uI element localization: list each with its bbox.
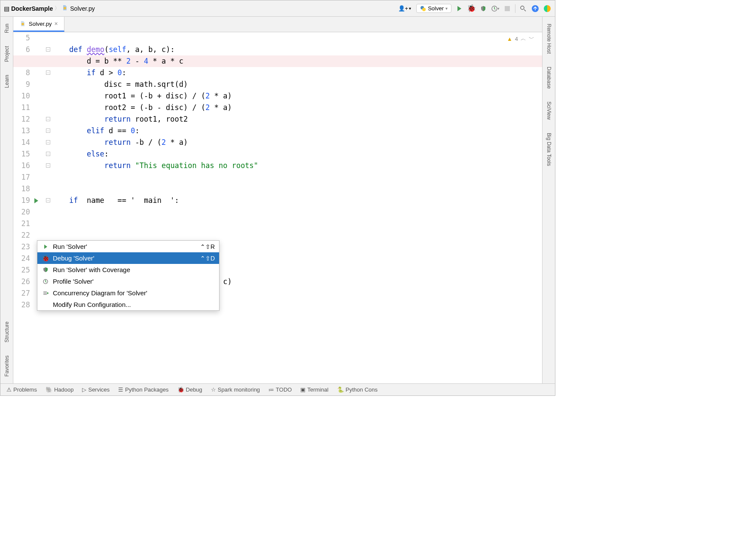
fold-marker-icon[interactable]: [46, 47, 50, 52]
breadcrumb[interactable]: ▤ DockerSample 〉 Solver.py: [4, 4, 95, 12]
tool-project[interactable]: Project: [4, 44, 10, 64]
tool-sciview[interactable]: SciView: [546, 100, 552, 121]
tool-todo[interactable]: ≔TODO: [268, 386, 292, 393]
debug-button[interactable]: 🐞: [467, 4, 476, 13]
menu-item[interactable]: Modify Run Configuration...: [37, 299, 219, 310]
fold-marker-icon[interactable]: [46, 163, 50, 168]
stop-button[interactable]: [503, 4, 512, 13]
code-line[interactable]: elif d == 0:: [52, 125, 542, 137]
tool-python-packages[interactable]: ☰Python Packages: [118, 386, 168, 393]
tool-terminal[interactable]: ▣Terminal: [300, 386, 328, 393]
run-gutter-icon[interactable]: [34, 198, 38, 203]
code-line[interactable]: return root1, root2: [52, 113, 542, 125]
tool-database[interactable]: Database: [546, 65, 552, 90]
tool-structure[interactable]: Structure: [4, 320, 10, 344]
terminal-icon: ▣: [300, 386, 305, 393]
fold-marker-icon[interactable]: [46, 140, 50, 144]
code-line[interactable]: d = b ** 2 - 4 * a * c: [52, 55, 542, 67]
menu-item[interactable]: Concurrency Diagram for 'Solver': [37, 287, 219, 299]
user-dropdown[interactable]: 👤+▾: [396, 4, 413, 12]
inspection-widget[interactable]: ▲4 ︿ ﹀: [507, 35, 534, 43]
context-menu: Run 'Solver'⌃⇧R🐞Debug 'Solver'⌃⇧DRun 'So…: [37, 240, 219, 311]
editor-tab-solver[interactable]: Solver.py ×: [13, 17, 64, 32]
fold-marker-icon[interactable]: [46, 198, 50, 202]
svg-point-9: [21, 23, 24, 25]
tool-python-console[interactable]: 🐍Python Cons: [337, 386, 378, 393]
breadcrumb-project[interactable]: DockerSample: [11, 5, 53, 12]
tab-label: Solver.py: [29, 21, 52, 27]
code-line[interactable]: else:: [52, 148, 542, 160]
tool-remote-host[interactable]: Remote Host: [546, 22, 552, 55]
code-line[interactable]: disc = math.sqrt(d): [52, 79, 542, 90]
breadcrumb-file[interactable]: Solver.py: [70, 5, 95, 12]
profile-button[interactable]: ▾: [491, 4, 500, 13]
fold-marker-icon[interactable]: [46, 117, 50, 121]
menu-item-label: Concurrency Diagram for 'Solver': [53, 289, 215, 297]
code-line[interactable]: [52, 218, 542, 230]
prev-highlight-icon[interactable]: ︿: [521, 35, 526, 43]
code-editor[interactable]: ▲4 ︿ ﹀ 567891011121314151617181920212223…: [13, 32, 542, 383]
chevron-down-icon: ▾: [409, 6, 411, 11]
menu-item[interactable]: Run 'Solver'⌃⇧R: [37, 241, 219, 252]
tool-problems[interactable]: ⚠Problems: [6, 386, 37, 393]
code-line[interactable]: [52, 230, 542, 241]
svg-rect-5: [505, 6, 510, 11]
menu-item-label: Profile 'Solver': [53, 278, 215, 285]
right-tool-stripe: Remote Host Database SciView Big Data To…: [542, 17, 555, 383]
run-configuration-selector[interactable]: Solver ▾: [416, 4, 451, 13]
code-line[interactable]: [52, 206, 542, 218]
fold-marker-icon[interactable]: [46, 70, 50, 75]
code-line[interactable]: return -b / (2 * a): [52, 137, 542, 148]
next-highlight-icon[interactable]: ﹀: [529, 35, 534, 43]
menu-item[interactable]: Profile 'Solver': [37, 276, 219, 287]
stop-icon: [505, 6, 510, 11]
fold-column[interactable]: [46, 32, 52, 383]
play-icon: [457, 6, 461, 11]
code-line[interactable]: [52, 32, 542, 44]
menu-item[interactable]: Run 'Solver' with Coverage: [37, 264, 219, 276]
code-line[interactable]: return "This equation has no roots": [52, 160, 542, 172]
code-line[interactable]: if d > 0:: [52, 67, 542, 79]
gutter-line-numbers[interactable]: 5678910111213141516171819202122232425262…: [13, 32, 33, 383]
coverage-button[interactable]: [479, 4, 488, 13]
code-line[interactable]: [52, 172, 542, 183]
tool-run[interactable]: Run: [4, 22, 10, 35]
tool-learn[interactable]: Learn: [4, 73, 10, 90]
tool-debug[interactable]: 🐞Debug: [177, 386, 202, 393]
concurrency-icon: [42, 289, 49, 297]
fold-marker-icon[interactable]: [46, 129, 50, 133]
menu-item-label: Modify Run Configuration...: [53, 301, 215, 308]
code-line[interactable]: def demo(self, a, b, c):: [52, 44, 542, 55]
warning-icon: ⚠: [6, 386, 12, 393]
menu-item[interactable]: 🐞Debug 'Solver'⌃⇧D: [37, 252, 219, 264]
tool-spark[interactable]: ☆Spark monitoring: [211, 386, 260, 393]
tool-hadoop[interactable]: 🐘Hadoop: [46, 386, 74, 393]
gutter-icons[interactable]: [33, 32, 46, 383]
search-everywhere-button[interactable]: [519, 4, 527, 13]
chevron-down-icon: ▾: [445, 6, 448, 11]
bug-icon: 🐞: [467, 4, 476, 13]
fold-marker-icon[interactable]: [46, 152, 50, 156]
update-button[interactable]: [531, 4, 540, 13]
ide-services-button[interactable]: [543, 4, 552, 13]
menu-item-shortcut: ⌃⇧R: [200, 243, 215, 250]
coverage-icon: [42, 266, 49, 274]
menu-item-shortcut: ⌃⇧D: [200, 255, 215, 262]
code-content[interactable]: def demo(self, a, b, c): d = b ** 2 - 4 …: [52, 32, 542, 383]
code-line[interactable]: root2 = (-b - disc) / (2 * a): [52, 102, 542, 113]
tool-bigdata[interactable]: Big Data Tools: [546, 131, 552, 168]
run-button[interactable]: [455, 4, 463, 13]
menu-item-label: Run 'Solver' with Coverage: [53, 266, 215, 273]
update-icon: [531, 5, 539, 12]
code-line[interactable]: if name == ' main ':: [52, 195, 542, 206]
tool-favorites[interactable]: Favorites: [4, 354, 10, 378]
python-file-icon: [61, 4, 68, 12]
code-line[interactable]: [52, 183, 542, 195]
close-icon[interactable]: ×: [54, 20, 58, 27]
ide-window: ▤ DockerSample 〉 Solver.py 👤+▾ Solver ▾ …: [0, 0, 555, 396]
clock-icon: [491, 5, 497, 12]
folder-icon: ▤: [4, 5, 9, 12]
tool-services[interactable]: ▷Services: [82, 386, 110, 393]
code-line[interactable]: root1 = (-b + disc) / (2 * a): [52, 90, 542, 102]
python-icon: [420, 6, 426, 12]
